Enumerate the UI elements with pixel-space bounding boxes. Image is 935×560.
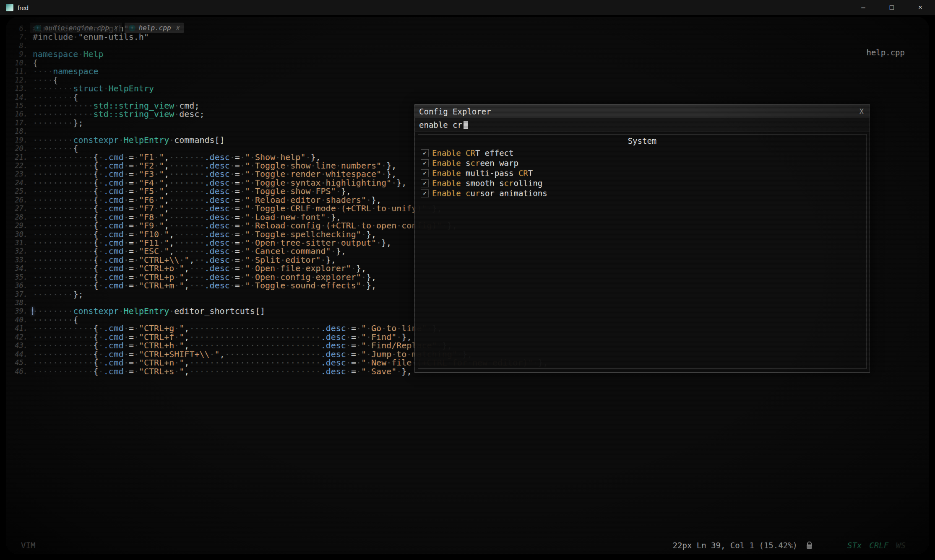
config-item[interactable]: ✓Enable multi-pass CRT xyxy=(418,168,866,178)
line-number: 23. xyxy=(8,170,33,178)
config-item-label: Enable cursor animations xyxy=(432,189,547,198)
line-number: 35. xyxy=(8,273,33,281)
line-number: 44. xyxy=(8,350,33,358)
search-cursor-block xyxy=(464,121,468,129)
status-flag-ws[interactable]: WS xyxy=(896,541,906,550)
line-number: 34. xyxy=(8,264,33,272)
line-number: 15. xyxy=(8,101,33,110)
code-line-text: ············{·.cmd·=·"F5·",·······.desc·… xyxy=(33,187,351,195)
config-item[interactable]: ✓Enable cursor animations xyxy=(418,188,866,198)
cpp-file-icon: + xyxy=(129,25,135,31)
line-number: 21. xyxy=(8,153,33,161)
code-line[interactable]: 8. xyxy=(8,41,929,50)
tab-label: audio-engine.cpp xyxy=(44,24,109,32)
line-number: 41. xyxy=(8,324,33,332)
code-line-text: ········constexpr·HelpEntry·editor_short… xyxy=(33,307,265,315)
tab-label: help.cpp xyxy=(139,24,171,32)
checkbox-icon[interactable]: ✓ xyxy=(421,179,429,187)
line-number: 12. xyxy=(8,76,33,84)
line-number: 24. xyxy=(8,179,33,187)
config-item-label: Enable multi-pass CRT xyxy=(432,169,533,178)
checkbox-icon[interactable]: ✓ xyxy=(421,169,429,177)
config-explorer-panel: Config Explorer X enable cr System ✓Enab… xyxy=(414,104,870,373)
line-number: 25. xyxy=(8,187,33,195)
line-number: 27. xyxy=(8,204,33,213)
code-line-text: ····namespace xyxy=(33,67,99,75)
line-number: 19. xyxy=(8,136,33,144)
tab-audio-engine.cpp[interactable]: +audio-engine.cppX xyxy=(30,23,122,33)
status-flags: STxCRLFWS xyxy=(847,541,906,550)
code-line-text: ············{·.cmd·=·"CTRL+s·",·········… xyxy=(33,367,412,376)
line-number: 29. xyxy=(8,221,33,230)
code-line[interactable]: 9.namespace·Help xyxy=(8,50,929,58)
status-flag-stx[interactable]: STx xyxy=(847,541,862,550)
tab-close-icon[interactable]: X xyxy=(114,25,117,31)
config-item-label: Enable CRT effect xyxy=(432,148,514,158)
tab-help.cpp[interactable]: +help.cppX xyxy=(125,23,184,33)
window-title: fred xyxy=(18,4,29,11)
minimize-button[interactable]: – xyxy=(861,3,865,12)
window-titlebar: fred – □ × xyxy=(0,0,935,15)
code-line[interactable]: 7.#include·"enum-utils.h" xyxy=(8,33,929,41)
code-line-text: ············{·.cmd·=·"F10·",······.desc·… xyxy=(33,230,376,239)
code-line-text: ········}; xyxy=(33,119,83,127)
editor-screen: 6.#include·"config.h"7.#include·"enum-ut… xyxy=(6,17,929,554)
tab-bar: +audio-engine.cppX+help.cppX xyxy=(30,23,184,33)
line-number: 37. xyxy=(8,290,33,298)
config-item[interactable]: ✓Enable smooth scrolling xyxy=(418,178,866,188)
code-line-text: ········{ xyxy=(33,93,78,101)
config-item-label: Enable screen warp xyxy=(432,158,518,168)
line-number: 10. xyxy=(8,59,33,67)
buffer-filename-overlay: help.cpp xyxy=(866,48,905,57)
code-line[interactable]: 10.{ xyxy=(8,59,929,67)
line-number: 45. xyxy=(8,358,33,367)
checkbox-icon[interactable]: ✓ xyxy=(421,189,429,197)
code-line-text: ········{ xyxy=(33,144,78,153)
config-item-label: Enable smooth scrolling xyxy=(432,179,542,188)
line-number: 46. xyxy=(8,367,33,376)
code-line[interactable]: 12.····{ xyxy=(8,76,929,84)
status-position: 22px Ln 39, Col 1 (15.42%) xyxy=(673,541,797,550)
line-number: 13. xyxy=(8,84,33,93)
config-item[interactable]: ✓Enable CRT effect xyxy=(418,148,866,158)
code-line[interactable]: 14.········{ xyxy=(8,93,929,101)
code-line-text: ············{·.cmd·=·"CTRL+g·",·········… xyxy=(33,324,442,332)
config-body: System ✓Enable CRT effect✓Enable screen … xyxy=(418,134,867,369)
line-number: 18. xyxy=(8,127,33,135)
line-number: 26. xyxy=(8,196,33,204)
code-line-text: namespace·Help xyxy=(33,50,104,58)
config-item[interactable]: ✓Enable screen warp xyxy=(418,158,866,168)
code-line[interactable]: 13.········struct·HelpEntry xyxy=(8,84,929,93)
line-number: 7. xyxy=(8,33,33,41)
code-line-text: ············{·.cmd·=·"F7·",·······.desc·… xyxy=(33,204,442,213)
line-number: 33. xyxy=(8,256,33,264)
line-number: 17. xyxy=(8,119,33,127)
line-number: 42. xyxy=(8,333,33,341)
code-line-text: #include·"enum-utils.h" xyxy=(33,33,149,41)
code-line-text: ············{·.cmd·=·"F1·",·······.desc·… xyxy=(33,153,321,161)
line-number: 40. xyxy=(8,316,33,324)
status-flag-crlf[interactable]: CRLF xyxy=(869,541,888,550)
cpp-file-icon: + xyxy=(34,25,41,31)
tab-close-icon[interactable]: X xyxy=(176,25,180,31)
config-section-header: System xyxy=(418,136,866,145)
config-explorer-close-icon[interactable]: X xyxy=(858,107,865,116)
line-number: 32. xyxy=(8,247,33,255)
config-search-input[interactable]: enable cr xyxy=(415,118,870,132)
config-search-query: enable cr xyxy=(419,120,462,130)
line-number: 36. xyxy=(8,281,33,290)
code-line-text: ············{·.cmd·=·"CTRL+m·",···.desc·… xyxy=(33,281,376,290)
code-line-text: ····{ xyxy=(33,76,58,84)
line-number: 14. xyxy=(8,93,33,101)
code-line[interactable]: 11.····namespace xyxy=(8,67,929,75)
code-line-text: ············std::string_view·desc; xyxy=(33,110,204,118)
code-line-text: ········struct·HelpEntry xyxy=(33,84,154,93)
code-line-text: ············{·.cmd·=·"CTRL+h·",·········… xyxy=(33,341,452,350)
code-line-text: ············{·.cmd·=·"F3·",·······.desc·… xyxy=(33,170,396,178)
close-button[interactable]: × xyxy=(918,3,922,12)
line-number: 11. xyxy=(8,67,33,75)
checkbox-icon[interactable]: ✓ xyxy=(421,159,429,167)
checkbox-icon[interactable]: ✓ xyxy=(421,149,429,157)
maximize-button[interactable]: □ xyxy=(890,3,894,12)
config-explorer-title: Config Explorer xyxy=(419,107,491,116)
